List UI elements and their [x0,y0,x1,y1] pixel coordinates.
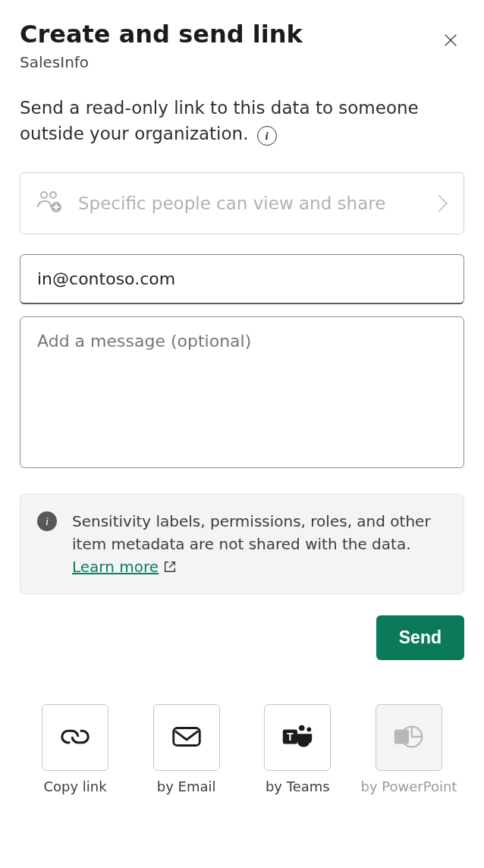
close-icon [442,32,459,51]
info-filled-icon: i [37,511,57,531]
dialog-subtitle: SalesInfo [20,53,303,71]
create-send-link-dialog: Create and send link SalesInfo Send a re… [0,0,484,868]
dialog-header: Create and send link SalesInfo [20,20,464,71]
powerpoint-action: P by PowerPoint [360,704,458,794]
svg-text:T: T [287,730,294,742]
svg-point-11 [299,725,305,731]
learn-more-link[interactable]: Learn more [72,555,177,578]
copy-link-action: Copy link [26,704,124,794]
mail-icon [169,719,204,756]
info-icon[interactable]: i [257,126,277,146]
close-button[interactable] [437,27,464,55]
dialog-title: Create and send link [20,20,303,49]
sensitivity-notice: i Sensitivity labels, permissions, roles… [20,494,464,594]
action-label: Copy link [43,778,106,794]
action-label: by Email [157,778,216,794]
email-action: by Email [137,704,236,794]
powerpoint-icon: P [391,719,426,756]
email-button[interactable] [153,704,220,771]
permission-text: Specific people can view and share [78,192,420,215]
permission-selector[interactable]: Specific people can view and share [20,172,464,234]
svg-line-7 [169,562,174,568]
svg-rect-8 [173,728,200,745]
link-icon [58,719,93,756]
people-icon [34,187,64,220]
svg-text:P: P [398,730,406,742]
svg-point-12 [307,727,312,731]
action-label: by Teams [266,778,330,794]
teams-action: T by Teams [248,704,347,794]
dialog-description: Send a read-only link to this data to so… [20,98,419,143]
recipient-email-input[interactable] [20,254,464,304]
action-label: by PowerPoint [361,778,457,794]
svg-point-3 [50,192,56,198]
teams-icon: T [280,719,315,756]
send-button[interactable]: Send [376,615,464,660]
teams-button[interactable]: T [264,704,331,771]
copy-link-button[interactable] [42,704,108,771]
external-link-icon [163,560,177,574]
svg-point-2 [41,192,47,198]
chevron-right-icon [431,195,448,212]
share-actions-row: Copy link by Email T [20,704,464,794]
powerpoint-button: P [376,704,442,771]
notice-text: Sensitivity labels, permissions, roles, … [72,512,431,553]
message-input[interactable] [20,316,464,468]
